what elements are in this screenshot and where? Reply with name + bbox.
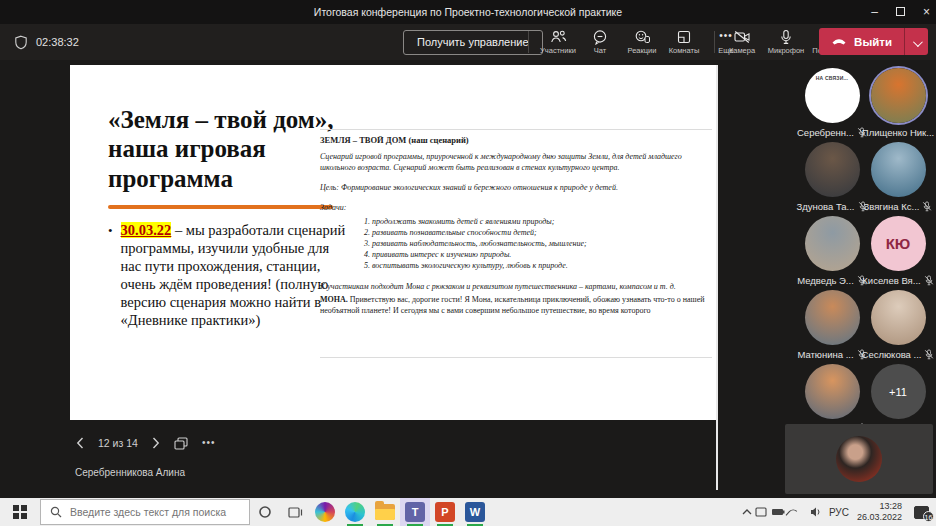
participant-avatar	[871, 142, 926, 197]
toolbar-separator-2	[714, 31, 715, 53]
paint3d-taskbar-icon[interactable]	[310, 498, 340, 526]
slide-grid-button[interactable]	[174, 437, 188, 450]
participant-tile[interactable]: Плищенко Ник...	[865, 68, 931, 138]
self-avatar	[836, 436, 882, 482]
mic-muted-icon	[924, 275, 934, 286]
powerpoint-taskbar-icon[interactable]: P	[430, 498, 460, 526]
chat-button[interactable]: Чат	[580, 29, 620, 55]
slide-title: «Земля – твой дом», наша игровая програм…	[108, 105, 352, 193]
rooms-button[interactable]: Комнаты	[664, 29, 704, 55]
chevron-down-icon	[913, 37, 923, 47]
presenter-name: Серебренникова Алина	[75, 467, 185, 478]
doc-task-item: продолжать знакомить детей с явлениями п…	[372, 216, 712, 227]
cortana-button[interactable]	[250, 498, 280, 526]
windows-logo-icon	[13, 505, 27, 519]
participant-tile[interactable]: КЮКиселев Вя...	[865, 216, 931, 286]
participant-avatar: +11	[871, 364, 926, 419]
participant-avatar	[871, 290, 926, 345]
search-input[interactable]	[70, 506, 240, 518]
word-icon: W	[465, 502, 485, 522]
teams-taskbar-icon[interactable]: T	[400, 498, 430, 526]
language-indicator[interactable]: РУС	[829, 507, 849, 518]
taskbar-clock[interactable]: 13:28 26.03.2022	[857, 501, 902, 524]
minimize-button[interactable]: –	[871, 0, 878, 24]
participant-tile[interactable]: Здунова Та...	[799, 142, 865, 212]
participant-avatar	[805, 142, 860, 197]
prev-slide-button[interactable]	[76, 437, 84, 449]
file-explorer-icon	[375, 504, 395, 520]
shield-icon	[14, 35, 28, 50]
doc-task-item: воспитывать экологическую культуру, любо…	[372, 260, 712, 271]
maximize-icon	[896, 7, 905, 16]
leave-button[interactable]: Выйти	[819, 28, 928, 55]
notification-center-button[interactable]: 16	[910, 503, 932, 521]
chat-icon	[592, 29, 608, 45]
slide-page-navigation: 12 из 14 •••	[76, 435, 215, 451]
self-view-tile[interactable]	[785, 424, 933, 494]
doc-mona-line: МОНА. Приветствую вас, дорогие гости! Я …	[320, 294, 712, 316]
next-slide-button[interactable]	[152, 437, 160, 449]
participant-tile[interactable]: Сеслюкова ...	[865, 290, 931, 360]
participant-name: Киселев Вя...	[862, 275, 920, 286]
start-button[interactable]	[0, 498, 40, 526]
task-view-button[interactable]	[280, 498, 310, 526]
participants-sidebar: НА СВЯЗИ...Серебренн...Плищенко Ник...Зд…	[785, 60, 936, 498]
shared-slide: «Земля – твой дом», наша игровая програм…	[70, 65, 716, 420]
mic-muted-icon	[922, 201, 932, 212]
participant-tile[interactable]: Медведь Э...	[799, 216, 865, 286]
doc-mona-text: Приветствую вас, дорогие гости! Я Мона, …	[320, 295, 704, 315]
camera-button[interactable]: Камера	[722, 29, 762, 55]
hangup-icon	[831, 37, 847, 46]
participant-name: Звягина Кс...	[864, 201, 920, 212]
explorer-taskbar-icon[interactable]	[370, 498, 400, 526]
edge-taskbar-icon[interactable]	[340, 498, 370, 526]
toolbar-separator	[528, 31, 529, 53]
doc-goal: Цель: Формирование экологических знаний …	[320, 182, 712, 193]
bullet-glyph: •	[108, 223, 113, 330]
close-button[interactable]: ×	[923, 0, 930, 24]
doc-tasks-label: Задачи:	[320, 202, 712, 213]
slide-bullet: • 30.03.22 – мы разработали сценарий про…	[108, 222, 352, 330]
doc-mona-name: МОНА.	[320, 295, 348, 304]
participants-grid: НА СВЯЗИ...Серебренн...Плищенко Ник...Зд…	[799, 68, 936, 438]
meeting-timer: 02:38:32	[36, 36, 79, 48]
rooms-icon	[676, 29, 692, 45]
maximize-button[interactable]	[896, 0, 905, 24]
participant-name: Серебренн...	[797, 127, 854, 138]
doc-task-item: прививать интерес к изучению природы.	[372, 249, 712, 260]
word-taskbar-icon[interactable]: W	[460, 498, 490, 526]
tray-icons[interactable]	[741, 505, 821, 519]
meeting-toolbar: 02:38:32 Получить управление Участники Ч…	[0, 24, 936, 60]
edge-icon	[345, 502, 365, 522]
doc-intro: Сценарий игровой программы, приуроченной…	[320, 151, 712, 173]
task-view-icon	[288, 506, 303, 519]
participant-tile[interactable]: НА СВЯЗИ...Серебренн...	[799, 68, 865, 138]
doc-task-item: развивать познавательные способности дет…	[372, 227, 712, 238]
participant-name: Матюнина ...	[797, 349, 853, 360]
teams-icon: T	[405, 502, 425, 522]
slide-accent-rule	[108, 205, 333, 209]
taskbar-search[interactable]	[40, 499, 250, 525]
windows-taskbar: T P W РУС 13:28 26.03.2022 16	[0, 498, 936, 526]
participant-tile[interactable]: Звягина Кс...	[865, 142, 931, 212]
participant-avatar	[805, 364, 860, 419]
nav-more-button[interactable]: •••	[202, 435, 216, 451]
page-indicator: 12 из 14	[98, 437, 138, 449]
participants-button[interactable]: Участники	[538, 29, 578, 55]
take-control-button[interactable]: Получить управление	[403, 30, 543, 55]
participant-avatar: КЮ	[871, 216, 926, 271]
battery-icon	[772, 509, 783, 515]
slide-scrollbar[interactable]	[716, 65, 718, 490]
window-title: Итоговая конференция по Проектно-техноло…	[314, 6, 622, 18]
highlighted-date: 30.03.22	[121, 222, 172, 238]
leave-options-button[interactable]	[905, 33, 928, 51]
participant-name: Плищенко Ник...	[862, 127, 934, 138]
slide-document: ЗЕМЛЯ – ТВОЙ ДОМ (наш сценарий) Сценарий…	[320, 129, 712, 316]
reactions-button[interactable]: Реакции	[622, 29, 662, 55]
participant-avatar	[805, 216, 860, 271]
mic-button[interactable]: Микрофон	[766, 29, 806, 55]
wifi-icon	[786, 510, 797, 515]
chevron-right-icon	[152, 437, 160, 449]
window-titlebar: Итоговая конференция по Проектно-техноло…	[0, 0, 936, 24]
participant-tile[interactable]: Матюнина ...	[799, 290, 865, 360]
